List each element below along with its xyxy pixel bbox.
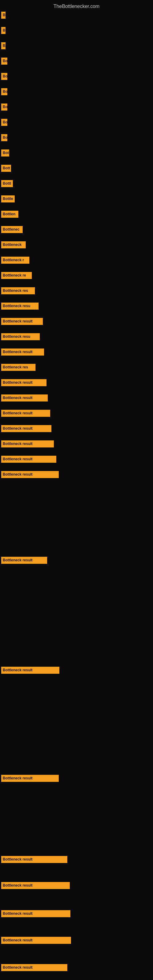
bar-label-5: Bo bbox=[1, 73, 7, 80]
bar-label-2: B bbox=[1, 27, 5, 34]
bar-label-29: Bottleneck result bbox=[1, 441, 54, 447]
bar-label-20: Bottleneck resu bbox=[1, 302, 38, 310]
bar-label-36: Bottleneck result bbox=[1, 882, 70, 889]
bar-label-39: Bottleneck result bbox=[1, 964, 67, 971]
bar-label-1: B bbox=[1, 12, 5, 19]
bar-item-1: B bbox=[1, 12, 5, 20]
bar-item-12: Bottl bbox=[1, 180, 13, 188]
bar-item-25: Bottleneck result bbox=[1, 379, 46, 387]
bar-label-32: Bottleneck result bbox=[1, 557, 47, 564]
bar-label-8: Bo bbox=[1, 119, 7, 126]
bar-item-37: Bottleneck result bbox=[1, 910, 70, 918]
bar-item-27: Bottleneck result bbox=[1, 410, 50, 418]
bar-item-4: Bo bbox=[1, 57, 7, 66]
bar-item-29: Bottleneck result bbox=[1, 441, 54, 449]
bar-label-10: Bot bbox=[1, 150, 9, 156]
bar-label-27: Bottleneck result bbox=[1, 410, 50, 417]
bar-label-33: Bottleneck result bbox=[1, 667, 59, 674]
bar-label-7: Bo bbox=[1, 103, 7, 111]
bar-label-34: Bottleneck result bbox=[1, 775, 59, 782]
bar-label-26: Bottleneck result bbox=[1, 395, 48, 401]
bar-item-14: Bottlen bbox=[1, 211, 18, 219]
bar-item-19: Bottleneck res bbox=[1, 287, 35, 296]
bar-item-22: Bottleneck resu bbox=[1, 333, 40, 342]
bar-item-17: Bottleneck r bbox=[1, 257, 29, 265]
bar-item-6: Bo bbox=[1, 88, 7, 97]
bar-label-9: Bo bbox=[1, 134, 7, 141]
bar-item-8: Bo bbox=[1, 119, 7, 127]
bar-item-30: Bottleneck result bbox=[1, 456, 56, 464]
bar-item-39: Bottleneck result bbox=[1, 964, 67, 972]
bar-label-31: Bottleneck result bbox=[1, 471, 59, 478]
bar-label-18: Bottleneck re bbox=[1, 272, 32, 279]
bar-item-18: Bottleneck re bbox=[1, 272, 32, 280]
bar-label-25: Bottleneck result bbox=[1, 379, 46, 386]
bar-item-16: Bottleneck bbox=[1, 241, 26, 250]
bar-label-23: Bottleneck result bbox=[1, 348, 44, 356]
bar-label-4: Bo bbox=[1, 57, 7, 65]
bar-item-10: Bot bbox=[1, 150, 9, 158]
site-title: TheBottlenecker.com bbox=[0, 1, 153, 12]
bar-item-23: Bottleneck result bbox=[1, 348, 44, 357]
bar-label-24: Bottleneck res bbox=[1, 364, 35, 371]
bar-label-13: Bottle bbox=[1, 196, 15, 202]
bar-item-5: Bo bbox=[1, 73, 7, 81]
bar-label-15: Bottlenec bbox=[1, 226, 22, 233]
bar-item-13: Bottle bbox=[1, 196, 15, 204]
bar-item-11: Bott bbox=[1, 165, 11, 173]
bar-item-26: Bottleneck result bbox=[1, 395, 48, 403]
bar-label-11: Bott bbox=[1, 165, 11, 172]
bar-item-31: Bottleneck result bbox=[1, 471, 59, 479]
bar-item-35: Bottleneck result bbox=[1, 856, 67, 864]
bar-label-35: Bottleneck result bbox=[1, 856, 67, 863]
bar-label-21: Bottleneck result bbox=[1, 318, 43, 325]
bar-item-38: Bottleneck result bbox=[1, 937, 71, 945]
bar-label-17: Bottleneck r bbox=[1, 257, 29, 264]
bar-item-21: Bottleneck result bbox=[1, 318, 43, 326]
bar-item-32: Bottleneck result bbox=[1, 557, 47, 565]
bar-label-30: Bottleneck result bbox=[1, 456, 56, 463]
bar-item-9: Bo bbox=[1, 134, 7, 142]
bar-label-12: Bottl bbox=[1, 180, 13, 187]
bar-label-19: Bottleneck res bbox=[1, 287, 35, 294]
bar-label-28: Bottleneck result bbox=[1, 425, 51, 432]
bar-item-33: Bottleneck result bbox=[1, 667, 59, 675]
bar-item-28: Bottleneck result bbox=[1, 425, 51, 433]
bar-item-24: Bottleneck res bbox=[1, 364, 35, 372]
bar-label-14: Bottlen bbox=[1, 211, 18, 218]
bar-item-34: Bottleneck result bbox=[1, 775, 59, 783]
bar-item-36: Bottleneck result bbox=[1, 882, 70, 890]
bar-label-6: Bo bbox=[1, 88, 7, 95]
bar-item-15: Bottlenec bbox=[1, 226, 22, 234]
bar-item-20: Bottleneck resu bbox=[1, 302, 38, 311]
bar-item-2: B bbox=[1, 27, 5, 35]
bar-item-7: Bo bbox=[1, 103, 7, 112]
bar-label-16: Bottleneck bbox=[1, 241, 26, 248]
bar-label-37: Bottleneck result bbox=[1, 910, 70, 917]
bar-label-3: B bbox=[1, 42, 5, 49]
bar-label-38: Bottleneck result bbox=[1, 937, 71, 944]
bar-item-3: B bbox=[1, 42, 5, 51]
bar-label-22: Bottleneck resu bbox=[1, 333, 40, 340]
